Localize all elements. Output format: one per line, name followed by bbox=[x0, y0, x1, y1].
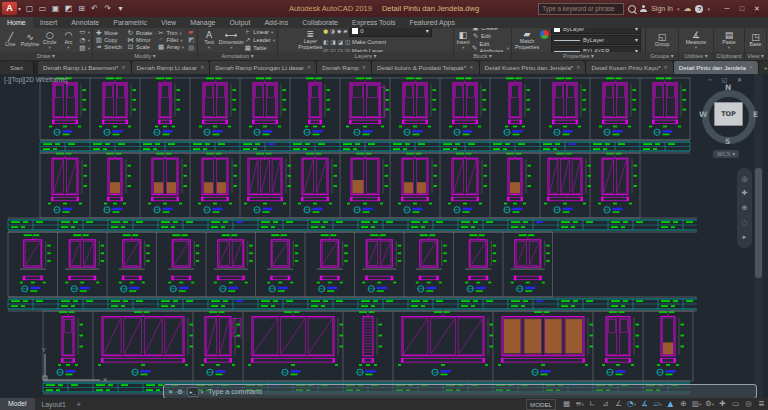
file-tab-start[interactable]: Start bbox=[0, 61, 34, 74]
viewport-controls[interactable]: [-][Top][2D Wireframe] bbox=[4, 76, 68, 83]
explode-icon[interactable]: ◩ bbox=[188, 37, 195, 44]
ribbon-panel-clipboard-title[interactable]: Clipboard bbox=[714, 52, 744, 60]
polyline-tool[interactable]: ∿Polyline bbox=[21, 32, 40, 48]
ribbon-tab-featured-apps[interactable]: Featured Apps bbox=[402, 17, 462, 28]
status-annotation-autoscale[interactable]: ⊕ bbox=[677, 398, 690, 410]
file-tab-denah-ramp[interactable]: Denah Ramp✕ bbox=[317, 61, 372, 74]
open-file-icon[interactable]: ▭ bbox=[37, 4, 48, 13]
file-tab-denah-ramp-lt-dasar[interactable]: Denah Ramp Lt dasar✕ bbox=[132, 61, 211, 74]
orbit-icon[interactable]: ◌ bbox=[741, 219, 747, 227]
hatch-tool[interactable]: ▨▾ bbox=[79, 45, 90, 52]
make-current-button-icon-2[interactable]: ◪ bbox=[338, 38, 343, 46]
search-input[interactable]: Type a keyword or phrase bbox=[538, 3, 624, 15]
file-tab-denah-ramp-lt-basement[interactable]: Denah Ramp Lt Basement*✕ bbox=[38, 61, 132, 74]
ribbon-tab-add-ins[interactable]: Add-ins bbox=[257, 17, 295, 28]
redo-icon[interactable]: ↷ bbox=[102, 4, 113, 13]
viewcube-wcs-menu[interactable]: WCS ▾ bbox=[713, 150, 739, 158]
edit-attributes-tool[interactable]: ✎Edit Attributes▾ bbox=[472, 41, 509, 52]
ribbon-tab-insert[interactable]: Insert bbox=[33, 17, 65, 28]
viewcube-south[interactable]: S bbox=[725, 137, 730, 146]
insert-block-tool[interactable]: ◧Insert▾ bbox=[456, 30, 470, 50]
file-tab-detail-kusen-pintu-kayu[interactable]: Detail Kusen Pintu Kayu*✕ bbox=[586, 61, 673, 74]
viewcube-north[interactable]: N bbox=[725, 83, 731, 92]
stretch-tool[interactable]: ↠Stretch bbox=[95, 44, 122, 51]
circle-tool[interactable]: ○Circle▾ bbox=[41, 30, 58, 50]
status-infer-constraints[interactable]: ∟ bbox=[586, 398, 599, 410]
new-drawing-tab-button[interactable]: + bbox=[759, 61, 768, 74]
layer-select[interactable]: 0▾ bbox=[349, 28, 431, 37]
ribbon-tab-collaborate[interactable]: Collaborate bbox=[295, 17, 345, 28]
search-icon[interactable] bbox=[628, 5, 636, 13]
status-ortho-mode[interactable]: ∠ bbox=[612, 398, 625, 410]
status-isolate-objects[interactable]: ◎ bbox=[742, 398, 755, 410]
undo-icon[interactable]: ↶ bbox=[89, 4, 100, 13]
ribbon-tab-manage[interactable]: Manage bbox=[183, 17, 222, 28]
linetype-select[interactable]: ByLayer▾ bbox=[551, 35, 641, 45]
status-annotation-visibility[interactable]: ▲ bbox=[664, 398, 677, 410]
app-menu-button[interactable]: A bbox=[2, 2, 17, 15]
status-customization-menu[interactable]: ≣ bbox=[755, 398, 768, 410]
close-button[interactable]: ✕ bbox=[750, 5, 764, 13]
file-tab-denah-ramp-lt-basement-close-icon[interactable]: ✕ bbox=[121, 61, 125, 74]
file-tab-detail-pintu-dan-jendela-close-icon[interactable]: ✕ bbox=[749, 61, 753, 74]
scale-tool[interactable]: ⊡Scale bbox=[127, 44, 152, 51]
file-tab-detail-kolom-pondasi-telapak[interactable]: Detail kolom & Pondasi Telapak*✕ bbox=[372, 61, 480, 74]
recent-commands-caret-icon[interactable]: ▾ bbox=[201, 389, 204, 395]
file-tab-detail-kusen-pintu-kayu-close-icon[interactable]: ✕ bbox=[664, 61, 668, 74]
pan-icon[interactable]: ✚ bbox=[742, 189, 748, 197]
viewcube-east[interactable]: E bbox=[753, 110, 758, 119]
sign-in-caret-icon[interactable]: ▾ bbox=[677, 6, 680, 12]
status-dynamic-input[interactable]: ⊿ bbox=[599, 398, 612, 410]
ellipse-tool[interactable]: ◔▾ bbox=[79, 37, 90, 44]
ribbon-tab-express-tools[interactable]: Express Tools bbox=[345, 17, 402, 28]
plot-icon[interactable]: ⊞ bbox=[76, 4, 87, 13]
steering-wheel-icon[interactable]: ◎ bbox=[741, 175, 747, 183]
save-as-icon[interactable]: ◩ bbox=[63, 4, 74, 13]
layer-state-icon-2[interactable]: ◆ bbox=[337, 28, 341, 35]
a360-cloud-icon[interactable]: ☁ bbox=[683, 4, 691, 13]
app-menu-caret-icon[interactable]: ▾ bbox=[18, 5, 21, 12]
array-tool[interactable]: ▦Array▾ bbox=[157, 44, 184, 51]
model-space-badge[interactable]: MODEL bbox=[526, 399, 556, 410]
line-tool[interactable]: ╱Line bbox=[2, 32, 19, 48]
ribbon-tab-output[interactable]: Output bbox=[222, 17, 257, 28]
base-view-tool[interactable]: ◳Base bbox=[747, 32, 764, 48]
table-tool[interactable]: ▦Table bbox=[244, 45, 275, 52]
status-grid-display[interactable]: ▦ bbox=[560, 398, 573, 410]
zoom-extents-icon[interactable]: ⊕ bbox=[742, 204, 748, 212]
status-workspace-switching[interactable]: ⚙▾ bbox=[703, 398, 716, 410]
ribbon-panel-groups-title[interactable]: Groups ▾ bbox=[646, 52, 678, 60]
object-color-select[interactable]: ByLayer▾ bbox=[551, 28, 641, 34]
edit-block-tool[interactable]: ✎Edit bbox=[472, 33, 509, 40]
new-file-icon[interactable]: ▢ bbox=[24, 4, 35, 13]
ribbon-tab-annotate[interactable]: Annotate bbox=[64, 17, 106, 28]
new-layout-button[interactable]: + bbox=[73, 401, 85, 408]
status-object-snap[interactable]: ▱▾ bbox=[651, 398, 664, 410]
help-icon[interactable]: ? bbox=[695, 5, 703, 13]
ribbon-tab-home[interactable]: Home bbox=[0, 17, 33, 28]
document-window-controls[interactable]: ─ ◱ ✕ bbox=[708, 76, 746, 83]
file-tab-detail-kolom-pondasi-telapak-close-icon[interactable]: ✕ bbox=[469, 61, 473, 74]
file-tab-detail-kusen-pintu-dan-jendela[interactable]: Detail Kusen Pintu dan Jendela*✕ bbox=[480, 61, 587, 74]
command-close-icon[interactable]: ✕ bbox=[168, 388, 173, 395]
status-object-snap-tracking[interactable]: ∡ bbox=[638, 398, 651, 410]
ribbon-panel-view-title[interactable]: View ▾ bbox=[745, 52, 766, 60]
ribbon-panel-layers-title[interactable]: Layers ▾ bbox=[278, 52, 453, 60]
navbar-more-icon[interactable]: ▸ bbox=[743, 233, 747, 241]
match-properties-button[interactable]: ▰Match Properties bbox=[516, 29, 538, 50]
ribbon-tab-view[interactable]: View bbox=[154, 17, 183, 28]
maximize-button[interactable]: □ bbox=[735, 5, 749, 13]
linear-dim-tool[interactable]: ⊦Linear▾ bbox=[244, 29, 275, 36]
help-caret-icon[interactable]: ▾ bbox=[707, 6, 710, 12]
scrollbar-thumb[interactable] bbox=[755, 168, 762, 278]
rectangle-tool[interactable]: ▭▾ bbox=[79, 29, 90, 36]
erase-brush-icon[interactable]: ▰ bbox=[188, 29, 195, 36]
status-quick-properties[interactable]: ▭ bbox=[729, 398, 742, 410]
dimension-tool[interactable]: ⟷Dimension▾ bbox=[220, 30, 242, 50]
make-current-button[interactable]: ◧◨◪◫Make Current bbox=[323, 38, 431, 46]
layout1-tab[interactable]: Layout1 bbox=[35, 401, 73, 408]
layer-state-icon-3[interactable]: ▰ bbox=[343, 28, 347, 35]
command-customize-icon[interactable]: ⚙ bbox=[177, 388, 183, 396]
layer-state-icon-1[interactable]: ◑ bbox=[330, 28, 335, 35]
file-tab-denah-ramp-close-icon[interactable]: ✕ bbox=[362, 61, 366, 74]
